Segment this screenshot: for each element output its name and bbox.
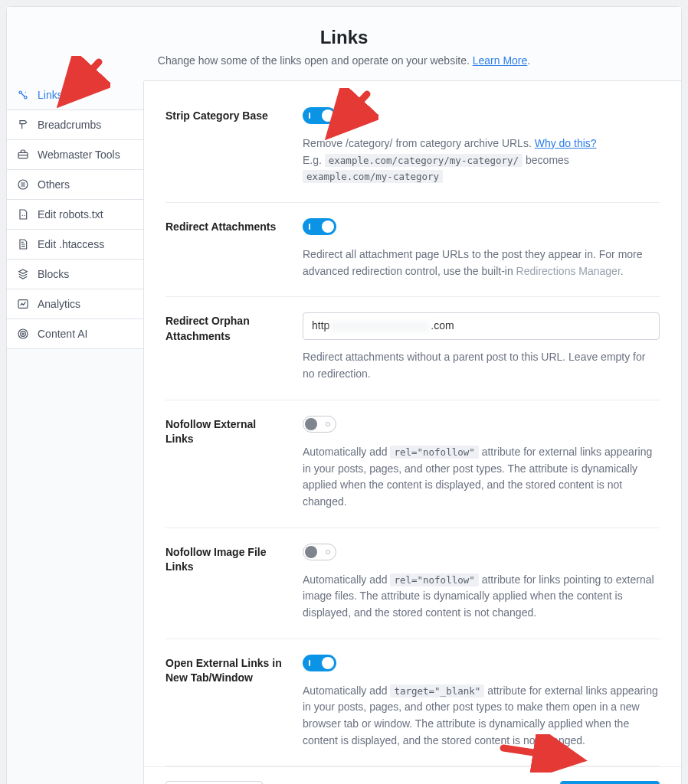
sidebar-item-label: Blocks bbox=[38, 268, 69, 280]
sidebar-item-analytics[interactable]: Analytics bbox=[7, 289, 143, 319]
setting-nofollow-external: Nofollow External Links Automatically ad… bbox=[165, 400, 660, 528]
page-header: Links Change how some of the links open … bbox=[7, 7, 681, 81]
setting-label: Open External Links in New Tab/Window bbox=[165, 655, 284, 750]
setting-description: Automatically add rel="nofollow" attribu… bbox=[303, 444, 660, 511]
setting-label: Redirect Orphan Attachments bbox=[165, 312, 284, 382]
redirect-orphan-url-input[interactable] bbox=[303, 312, 660, 340]
setting-description: Automatically add rel="nofollow" attribu… bbox=[303, 572, 660, 622]
sidebar-item-robots-txt[interactable]: Edit robots.txt bbox=[7, 200, 143, 230]
svg-point-6 bbox=[19, 91, 21, 93]
sidebar-item-label: Breadcrumbs bbox=[38, 119, 101, 131]
sidebar-item-links[interactable]: Links bbox=[7, 80, 144, 110]
signpost-icon bbox=[16, 118, 30, 132]
setting-description: Redirect all attachment page URLs to the… bbox=[303, 247, 660, 279]
sidebar-item-label: Links bbox=[38, 89, 63, 101]
setting-description: Remove /category/ from category archive … bbox=[303, 136, 660, 185]
sidebar-item-label: Content AI bbox=[38, 328, 87, 340]
links-icon bbox=[16, 88, 30, 102]
sidebar-item-label: Others bbox=[38, 178, 70, 191]
svg-point-7 bbox=[25, 96, 27, 99]
toggle-nofollow-external[interactable] bbox=[303, 416, 336, 433]
svg-point-14 bbox=[18, 329, 28, 338]
svg-point-16 bbox=[22, 333, 24, 335]
svg-point-8 bbox=[25, 92, 26, 93]
setting-redirect-attachments: Redirect Attachments Redirect all attach… bbox=[165, 203, 660, 297]
toolbox-icon bbox=[16, 148, 30, 162]
sidebar-item-htaccess[interactable]: Edit .htaccess bbox=[7, 230, 143, 260]
sidebar-item-label: Edit .htaccess bbox=[38, 238, 104, 250]
svg-point-12 bbox=[24, 215, 25, 216]
sidebar-item-others[interactable]: Others bbox=[7, 170, 143, 200]
setting-label: Nofollow External Links bbox=[165, 416, 284, 511]
setting-label: Nofollow Image File Links bbox=[165, 544, 284, 622]
sidebar: Links Breadcrumbs Webmaster Tools Others… bbox=[6, 80, 144, 349]
setting-strip-category-base: Strip Category Base Remove /category/ fr… bbox=[165, 100, 660, 203]
sidebar-item-webmaster-tools[interactable]: Webmaster Tools bbox=[7, 140, 143, 170]
svg-point-15 bbox=[21, 332, 26, 337]
settings-card: Links Change how some of the links open … bbox=[6, 6, 682, 784]
sidebar-item-label: Edit robots.txt bbox=[38, 208, 103, 220]
sidebar-item-label: Analytics bbox=[38, 298, 80, 310]
sidebar-item-blocks[interactable]: Blocks bbox=[7, 260, 143, 289]
toggle-open-external[interactable] bbox=[303, 655, 336, 671]
redirections-manager-link[interactable]: Redirections Manager bbox=[516, 265, 621, 277]
blocks-icon bbox=[16, 267, 30, 281]
setting-description: Automatically add target="_blank" attrib… bbox=[303, 683, 660, 750]
sidebar-item-label: Webmaster Tools bbox=[38, 149, 120, 161]
setting-nofollow-image: Nofollow Image File Links Automatically … bbox=[165, 528, 660, 639]
page-title: Links bbox=[22, 27, 666, 48]
chart-icon bbox=[16, 297, 30, 311]
document-icon bbox=[16, 237, 30, 251]
settings-main: Strip Category Base Remove /category/ fr… bbox=[143, 81, 681, 784]
target-icon bbox=[16, 327, 30, 341]
toggle-strip-category-base[interactable] bbox=[303, 107, 336, 124]
page-subtitle: Change how some of the links open and op… bbox=[22, 54, 666, 67]
toggle-redirect-attachments[interactable] bbox=[303, 218, 336, 235]
toggle-nofollow-image[interactable] bbox=[303, 544, 336, 560]
learn-more-link[interactable]: Learn More bbox=[473, 54, 528, 67]
why-do-this-link[interactable]: Why do this? bbox=[535, 137, 597, 149]
sidebar-item-content-ai[interactable]: Content AI bbox=[7, 319, 143, 348]
setting-label: Redirect Attachments bbox=[165, 218, 284, 279]
sidebar-item-breadcrumbs[interactable]: Breadcrumbs bbox=[7, 110, 143, 140]
svg-point-11 bbox=[22, 215, 23, 216]
robot-file-icon bbox=[16, 207, 30, 221]
setting-redirect-orphan: Redirect Orphan Attachments http.com Red… bbox=[165, 297, 660, 400]
reset-options-button[interactable]: Reset Options bbox=[165, 781, 263, 784]
setting-label: Strip Category Base bbox=[165, 107, 284, 185]
save-changes-button[interactable]: Save Changes bbox=[560, 781, 660, 784]
settings-footer: Reset Options Save Changes bbox=[144, 766, 681, 784]
circle-list-icon bbox=[16, 178, 30, 191]
setting-description: Redirect attachments without a parent po… bbox=[303, 349, 660, 382]
setting-open-external: Open External Links in New Tab/Window Au… bbox=[165, 639, 660, 767]
